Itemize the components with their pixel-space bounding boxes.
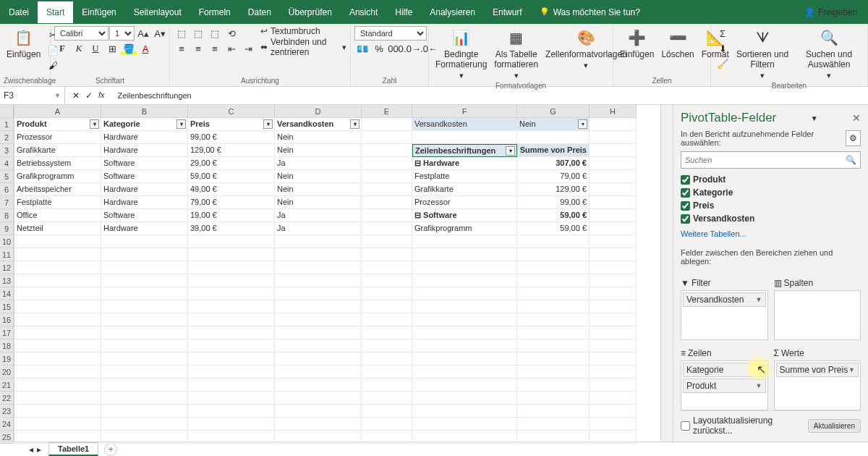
cell[interactable]: 307,00 € (517, 157, 590, 170)
font-color-button[interactable]: A (137, 41, 153, 56)
cell[interactable] (362, 366, 412, 379)
add-sheet-button[interactable]: + (104, 443, 117, 456)
ribbon-tab-hilfe[interactable]: Hilfe (386, 1, 421, 23)
tell-me[interactable]: Was möchten Sie tun? (531, 1, 649, 23)
cell[interactable] (412, 405, 517, 418)
currency-button[interactable]: 💶 (354, 41, 370, 56)
cell[interactable]: Grafikprogramm (412, 222, 517, 235)
cell[interactable] (275, 287, 362, 300)
cell[interactable] (590, 274, 637, 287)
cell[interactable] (275, 261, 362, 274)
cell[interactable] (590, 235, 637, 248)
cell[interactable]: Produkt▾ (14, 118, 101, 131)
indent-increase-button[interactable]: ⇥ (240, 41, 256, 56)
columns-area[interactable]: ▥Spalten (774, 276, 861, 340)
bold-button[interactable]: F (54, 41, 70, 56)
align-left-button[interactable]: ≡ (174, 41, 190, 56)
cell[interactable] (590, 183, 637, 196)
ribbon-tab-formeln[interactable]: Formeln (190, 1, 239, 23)
cell[interactable] (590, 431, 637, 444)
cell[interactable] (275, 366, 362, 379)
area-chip[interactable]: Produkt▼ (683, 379, 766, 393)
rows-area[interactable]: ≡Zeilen ↖ Kategorie▼Produkt▼ (681, 346, 768, 410)
cell[interactable]: Festplatte (14, 196, 101, 209)
cell[interactable] (188, 405, 275, 418)
area-chip[interactable]: Versandkosten▼ (683, 292, 766, 307)
cell[interactable] (590, 379, 637, 392)
cell[interactable] (590, 157, 637, 170)
cell[interactable] (14, 261, 101, 274)
cell[interactable]: Nein▾ (517, 118, 590, 131)
cell[interactable] (590, 196, 637, 209)
cell[interactable]: 29,00 € (188, 157, 275, 170)
field-versandkosten[interactable]: Versandkosten (681, 212, 861, 225)
cell[interactable] (14, 339, 101, 352)
cell[interactable]: Software (101, 157, 188, 170)
cell[interactable] (517, 274, 590, 287)
cell[interactable]: Hardware (101, 196, 188, 209)
cell[interactable] (412, 366, 517, 379)
cell[interactable] (362, 392, 412, 405)
cell[interactable] (362, 261, 412, 274)
cell[interactable] (590, 170, 637, 183)
cell[interactable] (101, 405, 188, 418)
number-format-select[interactable]: Standard (354, 26, 427, 41)
values-area[interactable]: ΣWerte Summe von Preis▼ (774, 346, 861, 410)
cell[interactable]: 19,00 € (188, 209, 275, 222)
field-checkbox[interactable] (681, 188, 690, 198)
cell[interactable] (14, 326, 101, 339)
cell[interactable] (188, 300, 275, 313)
cell[interactable]: Hardware (101, 183, 188, 196)
ribbon-tab-daten[interactable]: Daten (239, 1, 280, 23)
cell[interactable] (101, 392, 188, 405)
cell[interactable]: Software (101, 170, 188, 183)
merge-button[interactable]: ⬌Verbinden und zentrieren ▾ (260, 37, 346, 57)
cell[interactable] (517, 366, 590, 379)
cell[interactable]: Hardware (101, 131, 188, 144)
cell[interactable] (590, 131, 637, 144)
field-search[interactable]: 🔍 (681, 151, 861, 169)
cell[interactable] (590, 366, 637, 379)
cell[interactable]: Office (14, 209, 101, 222)
cell[interactable] (590, 392, 637, 405)
cell[interactable] (412, 339, 517, 352)
field-preis[interactable]: Preis (681, 199, 861, 212)
cell[interactable]: Prozessor (412, 196, 517, 209)
cell[interactable]: Ja (275, 209, 362, 222)
cell[interactable] (517, 235, 590, 248)
area-chip[interactable]: Summe von Preis▼ (776, 363, 859, 377)
column-header[interactable]: C (188, 105, 275, 118)
cell[interactable] (362, 222, 412, 235)
grow-font-button[interactable]: A▴ (135, 26, 151, 41)
cell[interactable] (412, 287, 517, 300)
cell[interactable]: 59,00 € (517, 209, 590, 222)
cell[interactable] (14, 352, 101, 366)
cell[interactable]: ⊟ Hardware (412, 157, 517, 170)
cell[interactable] (275, 392, 362, 405)
cell[interactable] (590, 418, 637, 431)
orientation-button[interactable]: ⟲ (224, 26, 239, 41)
cell[interactable] (14, 392, 101, 405)
sheet-tab[interactable]: Tabelle1 (48, 442, 98, 456)
insert-function-button[interactable]: fx (98, 90, 105, 101)
cell[interactable] (101, 313, 188, 326)
increase-decimal-button[interactable]: .0→ (404, 41, 420, 56)
cancel-formula-button[interactable]: ✕ (72, 90, 80, 101)
format-as-table-button[interactable]: ▦Als Tabelle formatieren ▾ (491, 26, 541, 82)
cell[interactable] (412, 431, 517, 444)
cell[interactable]: Kategorie▾ (101, 118, 188, 131)
cell[interactable] (517, 339, 590, 352)
cell[interactable] (101, 235, 188, 248)
column-header[interactable]: G (517, 105, 590, 118)
align-right-button[interactable]: ≡ (207, 41, 223, 56)
field-kategorie[interactable]: Kategorie (681, 186, 861, 199)
cell[interactable]: Nein (275, 144, 362, 157)
cell[interactable] (275, 379, 362, 392)
cell[interactable]: ⊟ Software (412, 209, 517, 222)
row-header[interactable]: 16 (0, 313, 14, 326)
autosum-button[interactable]: Σ (715, 26, 731, 41)
conditional-formatting-button[interactable]: 📊Bedingte Formatierung ▾ (433, 26, 490, 82)
cell[interactable]: 39,00 € (188, 222, 275, 235)
cell[interactable] (362, 118, 412, 131)
cell[interactable] (412, 300, 517, 313)
